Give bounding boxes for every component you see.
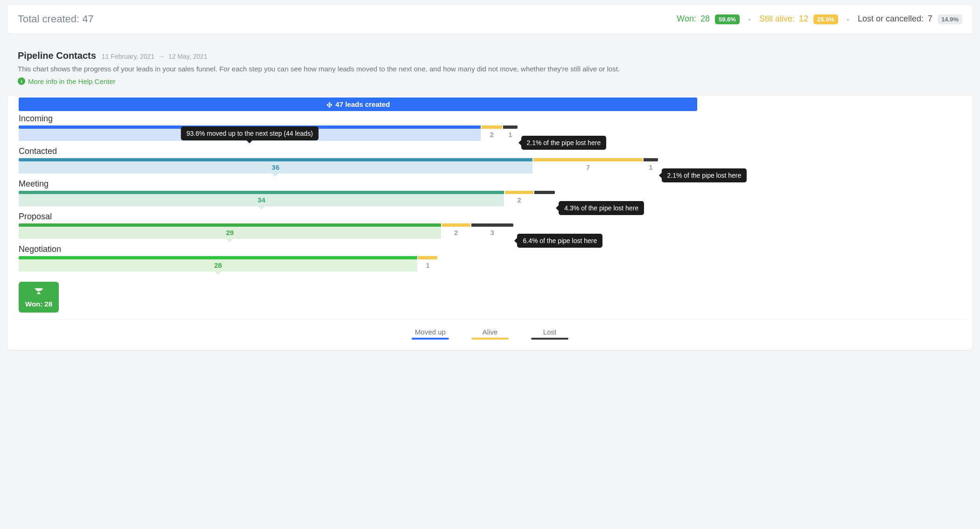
lost-pct-badge: 14.9% <box>938 14 962 24</box>
seg-moved-body[interactable]: 34 <box>19 194 504 206</box>
seg-alive-body[interactable]: 1 <box>418 259 437 271</box>
funnel-stages: Incoming 93.6% moved up to the next step… <box>19 114 961 271</box>
stage-top-bar[interactable] <box>19 125 961 129</box>
stage-body-bar[interactable]: 36 7 1 <box>19 161 961 174</box>
chart-subtitle: This chart shows the progress of your le… <box>18 64 962 75</box>
separator-dot: ● <box>748 17 751 22</box>
stage-body-bar[interactable]: 28 1 <box>19 259 961 271</box>
lost-tooltip: 4.3% of the pipe lost here <box>559 201 644 215</box>
alive-label: Still alive: <box>759 14 795 23</box>
help-center-link[interactable]: i More info in the Help Center <box>18 77 962 85</box>
legend-lost-label: Lost <box>543 328 556 336</box>
seg-moved-top[interactable] <box>19 256 417 259</box>
stage-name: Contacted <box>19 146 961 156</box>
stage-body-bar[interactable]: 34 2 <box>19 194 961 206</box>
seg-moved-body[interactable]: 28 <box>19 259 417 271</box>
funnel-stage: Incoming 93.6% moved up to the next step… <box>19 114 961 141</box>
alive-pct-badge: 25.5% <box>813 14 838 24</box>
lost-tooltip: 2.1% of the pipe lost here <box>662 168 747 182</box>
pointer-down-icon <box>272 174 279 177</box>
seg-lost-body[interactable]: 1 <box>503 129 517 141</box>
funnel-stage: Meeting 34 2 4.3% of the pipe lost here <box>19 179 961 206</box>
chart-date-range: 11 February, 2021 → 12 May, 2021 <box>102 53 208 60</box>
seg-moved-top[interactable] <box>19 158 532 161</box>
summary-won: Won: 28 59.6% <box>677 14 740 24</box>
stage-top-bar[interactable] <box>19 158 961 161</box>
won-badge[interactable]: Won: 28 <box>19 282 59 313</box>
stage-name: Incoming <box>19 114 961 124</box>
legend-alive[interactable]: Alive <box>471 328 509 340</box>
date-to: 12 May, 2021 <box>168 53 208 60</box>
arrow-right-icon: → <box>158 53 165 60</box>
funnel-stage: Contacted 36 7 1 2.1% of the pipe lost h… <box>19 146 961 174</box>
seg-moved-top[interactable] <box>19 191 504 194</box>
stage-name: Proposal <box>19 212 961 222</box>
legend-alive-color <box>471 338 509 340</box>
seg-alive-top[interactable] <box>482 125 502 129</box>
seg-lost-top[interactable] <box>534 191 555 194</box>
summary-stats: Won: 28 59.6% ● Still alive: 12 25.5% ● … <box>677 14 962 24</box>
seg-moved-body[interactable]: 29 <box>19 227 441 239</box>
seg-alive-body[interactable]: 7 <box>533 161 643 174</box>
summary-lost: Lost or cancelled: 7 14.9% <box>858 14 962 24</box>
lost-tooltip: 6.4% of the pipe lost here <box>517 234 602 248</box>
separator-dot: ● <box>847 17 849 22</box>
funnel-stage: Negotiation 28 1 <box>19 244 961 271</box>
seg-alive-body[interactable]: 2 <box>482 129 502 141</box>
seg-alive-body[interactable]: 2 <box>442 227 470 239</box>
legend-lost[interactable]: Lost <box>531 328 568 340</box>
pointer-down-icon <box>258 206 265 209</box>
seg-lost-body[interactable]: 3 <box>471 227 514 239</box>
seg-lost-top[interactable] <box>644 158 658 161</box>
seg-alive-top[interactable] <box>442 223 470 227</box>
legend-moved-label: Moved up <box>415 328 446 336</box>
pointer-down-icon <box>226 239 233 242</box>
legend-lost-color <box>531 338 568 340</box>
seg-moved-top[interactable] <box>19 223 441 227</box>
seg-moved-body[interactable]: 36 <box>19 161 532 174</box>
info-icon: i <box>18 77 25 85</box>
date-from: 11 February, 2021 <box>102 53 154 60</box>
won-pct-badge: 59.6% <box>715 14 740 24</box>
won-badge-label: Won: 28 <box>25 300 52 308</box>
seg-lost-top[interactable] <box>471 223 514 227</box>
lost-value: 7 <box>928 14 932 23</box>
won-label: Won: <box>677 14 696 23</box>
total-created: Total created: 47 <box>18 13 677 25</box>
legend-moved-up[interactable]: Moved up <box>412 328 449 340</box>
leads-created-bar[interactable]: 47 leads created <box>19 97 697 111</box>
pointer-down-icon <box>215 271 221 275</box>
total-created-label: Total created: <box>18 13 79 25</box>
summary-alive: Still alive: 12 25.5% <box>759 14 838 24</box>
alive-value: 12 <box>799 14 808 23</box>
move-icon <box>326 100 333 108</box>
help-center-link-label: More info in the Help Center <box>28 77 116 85</box>
trophy-icon <box>34 286 44 298</box>
funnel-chart-card: 47 leads created Incoming 93.6% moved up… <box>7 96 973 350</box>
seg-lost-body[interactable]: 1 <box>644 161 658 174</box>
stage-top-bar[interactable] <box>19 191 961 194</box>
stage-top-bar[interactable] <box>19 256 961 259</box>
stage-name: Negotiation <box>19 244 961 254</box>
lost-tooltip: 2.1% of the pipe lost here <box>521 136 607 150</box>
seg-lost-top[interactable] <box>503 125 517 129</box>
legend-moved-color <box>412 338 449 340</box>
seg-alive-body[interactable]: 2 <box>505 194 533 206</box>
seg-alive-top[interactable] <box>418 256 437 259</box>
seg-alive-top[interactable] <box>533 158 643 161</box>
stage-top-bar[interactable] <box>19 223 961 227</box>
legend-alive-label: Alive <box>483 328 498 336</box>
stage-body-bar[interactable]: 44 2 1 <box>19 129 961 141</box>
leads-created-bar-label: 47 leads created <box>336 100 390 108</box>
funnel-stage: Proposal 29 2 3 6.4% of the pipe lost he… <box>19 212 961 239</box>
seg-alive-top[interactable] <box>505 191 533 194</box>
lost-label: Lost or cancelled: <box>858 14 924 23</box>
chart-legend: Moved up Alive Lost <box>14 319 966 344</box>
chart-title: Pipeline Contacts <box>18 50 96 61</box>
moved-tooltip: 93.6% moved up to the next step (44 lead… <box>181 126 318 140</box>
chart-description-header: Pipeline Contacts 11 February, 2021 → 12… <box>7 43 973 96</box>
stage-name: Meeting <box>19 179 961 189</box>
total-created-value: 47 <box>82 13 93 25</box>
summary-card: Total created: 47 Won: 28 59.6% ● Still … <box>7 5 973 34</box>
stage-body-bar[interactable]: 29 2 3 <box>19 227 961 239</box>
